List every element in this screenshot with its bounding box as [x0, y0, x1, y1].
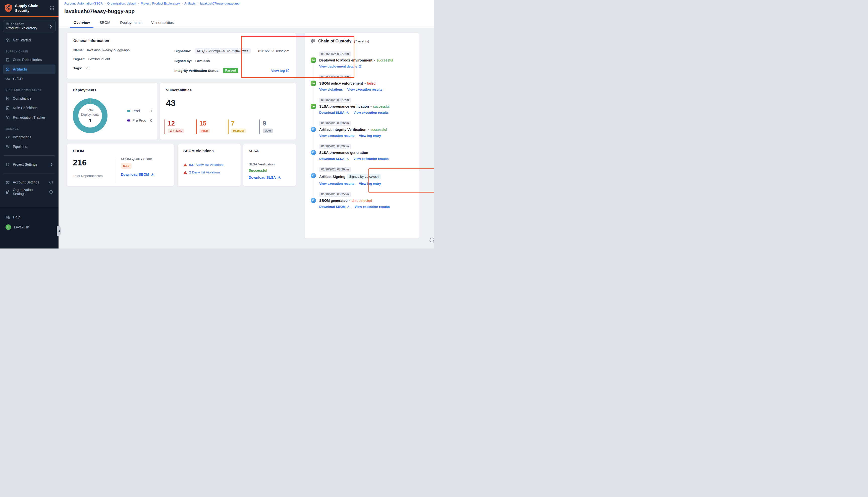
legend-value-preprod: 0 — [150, 118, 152, 123]
sidebar-item-organization-settings[interactable]: Organization Settings — [3, 187, 56, 197]
sidebar-item-cicd[interactable]: CI/CD — [3, 74, 56, 84]
sidebar-item-pipelines[interactable]: Pipelines — [3, 142, 56, 151]
page-header: Account: Automation-SSCA› Organization: … — [58, 0, 434, 28]
breadcrumb-artifacts[interactable]: Artifacts — [184, 2, 196, 5]
chain-event-artifact-integrity: 01/16/2025 03:26pm Artifact Integrity Ve… — [311, 121, 413, 138]
view-log-entry-link[interactable]: View log entry — [359, 134, 381, 138]
artifact-name-value: lavakush07/easy-buggy-app — [87, 48, 130, 52]
download-icon — [346, 157, 349, 160]
tab-overview[interactable]: Overview — [73, 18, 90, 28]
sidebar-nav: Get Started SUPPLY CHAIN Code Repositori… — [0, 32, 58, 207]
download-slsa-link[interactable]: Download SLSA — [319, 111, 349, 114]
view-execution-results-link[interactable]: View execution results — [319, 134, 354, 138]
sidebar-item-label: Remediation Tracker — [13, 115, 45, 119]
view-execution-results-link[interactable]: View execution results — [353, 157, 389, 161]
sidebar-collapse-handle[interactable]: ◀ — [57, 226, 61, 236]
download-icon — [347, 205, 350, 208]
sidebar-section-risk: RISK AND COMPLIANCE — [5, 89, 56, 91]
view-violations-link[interactable]: View violations — [319, 88, 343, 91]
support-headset-icon[interactable] — [429, 237, 434, 243]
breadcrumb-separator: › — [182, 2, 183, 5]
deny-list-violations-link[interactable]: 2 Deny list Violations — [183, 170, 235, 174]
app-title: Supply Chain Security — [15, 3, 47, 13]
sbom-violations-card: SBOM Violations 637 Allow list Violation… — [178, 144, 241, 186]
breadcrumb-organization[interactable]: Organization: default — [107, 2, 136, 5]
download-sbom-link[interactable]: Download SBOM — [121, 172, 154, 176]
sidebar-item-get-started[interactable]: Get Started — [3, 36, 56, 45]
event-title: Artifact Integrity Verification — [319, 128, 366, 131]
breadcrumb-account[interactable]: Account: Automation-SSCA — [64, 2, 103, 5]
account-settings-layers-icon — [5, 180, 10, 184]
sidebar-item-label: Get Started — [13, 38, 31, 42]
sidebar-item-account-settings[interactable]: Account Settings — [3, 178, 56, 187]
pipeline-link-event-icon — [311, 104, 316, 109]
tab-sbom[interactable]: SBOM — [99, 18, 111, 28]
medium-count: 7 — [231, 120, 260, 127]
sidebar-item-project-settings[interactable]: Project Settings ❯ — [3, 160, 56, 169]
allow-list-violations-link[interactable]: 637 Allow list Violations — [183, 163, 235, 167]
tab-deployments[interactable]: Deployments — [120, 18, 142, 28]
sidebar-item-rule-definitions[interactable]: Rule Definitions — [3, 103, 56, 113]
legend-item-preprod: Pre Prod 0 — [127, 118, 152, 123]
compliance-doc-icon — [5, 96, 10, 101]
sidebar-item-artifacts[interactable]: Artifacts — [3, 65, 56, 74]
breadcrumb-project[interactable]: Project: Product Exploratory — [141, 2, 180, 5]
view-deployment-details-link[interactable]: View deployment details — [319, 65, 362, 68]
sbom-quality-label: SBOM Quality Score — [121, 157, 154, 161]
sidebar-item-compliance[interactable]: Compliance — [3, 94, 56, 103]
user-menu[interactable]: L Lavakush — [5, 222, 53, 232]
project-cube-icon — [6, 22, 9, 25]
chain-event-sbom-policy: 01/16/2025 03:27pm SBOM policy enforceme… — [311, 74, 413, 91]
sidebar-item-remediation-tracker[interactable]: Remediation Tracker — [3, 113, 56, 122]
breadcrumb-current[interactable]: lavakush07/easy-buggy-app — [200, 2, 239, 5]
signature-value[interactable]: MEQCICde2VjIT...bL+2+mqnOXw== — [195, 48, 251, 54]
scan-event-icon — [311, 173, 316, 178]
chain-of-custody-panel: Chain of Custody (7 events) 01/16/2025 0… — [304, 33, 419, 239]
code-repository-icon — [5, 58, 10, 62]
view-execution-results-link[interactable]: View execution results — [355, 205, 390, 209]
event-timestamp: 01/16/2025 03:27pm — [319, 98, 351, 103]
view-execution-results-link[interactable]: View execution results — [319, 182, 354, 185]
breadcrumb: Account: Automation-SSCA› Organization: … — [64, 2, 239, 5]
chain-event-artifact-signing: 01/16/2025 03:26pm Artifact Signing Sign… — [311, 167, 413, 185]
download-slsa-link[interactable]: Download SLSA — [249, 175, 290, 180]
general-information-card: General Information Name:lavakush07/easy… — [67, 33, 296, 79]
signed-by-badge: Signed by Lavakush — [347, 174, 381, 180]
severity-critical: 12 CRITICAL — [165, 119, 196, 134]
sidebar-item-label: Organization Settings — [13, 188, 46, 196]
download-icon — [278, 176, 281, 179]
view-execution-results-link[interactable]: View execution results — [353, 111, 389, 114]
low-badge: LOW — [263, 129, 273, 133]
sidebar-footer: ? Help L Lavakush — [0, 207, 58, 248]
view-log-link[interactable]: View log — [271, 69, 289, 73]
tab-vulnerabilities[interactable]: Vulnerabilities — [151, 18, 174, 28]
donut-center-label: Total — [87, 109, 94, 112]
view-execution-results-link[interactable]: View execution results — [347, 88, 382, 91]
help-chat-icon: ? — [5, 215, 10, 219]
download-slsa-link[interactable]: Download SLSA — [319, 157, 349, 161]
app-switcher-grid-icon[interactable] — [50, 6, 55, 11]
donut-total-value: 1 — [89, 117, 92, 124]
sbom-total-dependencies: 216 — [73, 158, 116, 167]
event-status: successful — [373, 104, 390, 109]
chevron-right-icon: ❯ — [50, 163, 53, 167]
breadcrumb-separator: › — [197, 2, 198, 5]
legend-value-prod: 1 — [150, 109, 152, 113]
remediation-tracker-icon — [5, 115, 10, 120]
legend-dot-prod — [127, 110, 130, 112]
info-icon — [49, 190, 53, 194]
project-selector[interactable]: PROJECT Product Exploratory ❯ — [3, 20, 56, 32]
digest-label: Digest: — [73, 57, 85, 61]
sidebar-item-label: Rule Definitions — [13, 106, 38, 110]
view-log-entry-link[interactable]: View log entry — [359, 182, 381, 185]
info-icon — [49, 181, 53, 184]
download-sbom-link[interactable]: Download SBOM — [319, 205, 350, 209]
sidebar-divider — [3, 155, 55, 156]
pipelines-icon — [5, 145, 10, 149]
sidebar-item-code-repositories[interactable]: Code Repositories — [3, 55, 56, 65]
event-title: SLSA provenance generation — [319, 151, 368, 155]
warning-triangle-icon — [183, 171, 187, 174]
sidebar-item-integrations[interactable]: Integrations — [3, 132, 56, 142]
sidebar-item-help[interactable]: ? Help — [5, 212, 53, 222]
event-timestamp: 01/16/2025 03:26pm — [319, 167, 351, 172]
